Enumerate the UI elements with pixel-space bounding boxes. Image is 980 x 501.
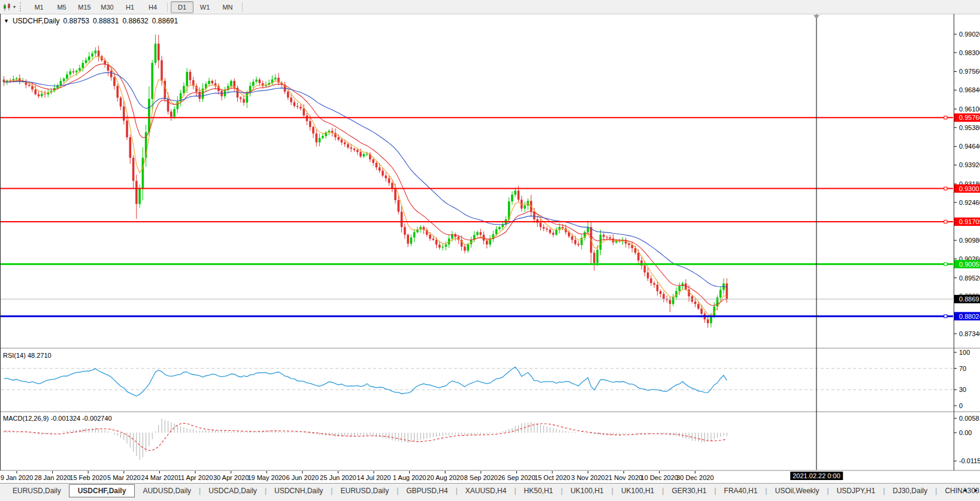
price-tick-label: 0.94640 xyxy=(959,143,980,150)
price-tick-label: 0.92460 xyxy=(959,199,980,206)
tab-scroll-left-icon[interactable]: ◄ xyxy=(962,487,967,493)
tab-uk100-h1[interactable]: UK100,H1 xyxy=(613,485,662,497)
line-handle xyxy=(944,187,947,190)
price-tick-label: 0.96100 xyxy=(959,105,980,113)
price-tick-label: 0.97560 xyxy=(959,68,980,75)
macd-indicator-label: MACD(12,26,9) -0.001324 -0.002740 xyxy=(3,415,112,422)
hline-price-label: 0.95766 xyxy=(959,114,980,121)
date-label: 26 Sep 2020 xyxy=(498,474,535,481)
macd-tick-label: -0.011514 xyxy=(959,457,980,464)
toolbar-separator xyxy=(167,2,168,12)
tab-eurusd-daily[interactable]: EURUSD,Daily xyxy=(5,485,69,497)
rsi-tick-label: 100 xyxy=(959,349,970,356)
tab-hk50-h1[interactable]: HK50,H1 xyxy=(516,485,561,497)
tab-usdjpy-h1[interactable]: USDJPY,H1 xyxy=(829,485,883,497)
date-label: 30 Dec 2020 xyxy=(676,474,713,481)
date-label: 28 Jan 2020 xyxy=(34,474,71,481)
expand-quote-icon[interactable]: ▼ xyxy=(4,18,9,24)
chevron-down-icon: ▾ xyxy=(13,5,16,10)
price-tick-label: 0.93920 xyxy=(959,161,980,168)
macd-tick-label: 0.00 xyxy=(959,429,972,436)
price-tick-label: 0.89520 xyxy=(959,274,980,282)
chart-tabs-bar: EURUSD,DailyUSDCHF,DailyAUDUSD,Daily|USD… xyxy=(0,483,980,501)
rsi-tick-label: 0 xyxy=(959,402,963,409)
timeframe-button-m15[interactable]: M15 xyxy=(73,1,96,13)
vline-date-label[interactable]: 2021.02.22 0:00 xyxy=(790,472,843,480)
tab-ger30-h1[interactable]: GER30,H1 xyxy=(664,485,714,497)
tab-usdcad-daily[interactable]: USDCAD,Daily xyxy=(201,485,265,497)
date-label: 19 May 2020 xyxy=(247,474,286,481)
chart-type-button[interactable]: ▾ xyxy=(0,1,18,13)
ohlc-open: 0.88753 xyxy=(63,17,89,25)
rsi-indicator-label: RSI(14) 48.2710 xyxy=(3,352,52,359)
candlestick-chart-icon xyxy=(2,3,12,11)
ohlc-close: 0.88691 xyxy=(152,17,178,25)
timeframe-button-d1[interactable]: D1 xyxy=(171,1,193,13)
date-label: 6 Jun 2020 xyxy=(286,474,319,481)
line-handle xyxy=(944,220,947,223)
rsi-tick-label: 30 xyxy=(959,386,966,393)
date-label: 11 Apr 2020 xyxy=(178,474,213,481)
timeframe-button-mn[interactable]: MN xyxy=(216,1,239,13)
price-tick-label: 0.90980 xyxy=(959,237,980,244)
hline-price-label: 0.93001 xyxy=(959,185,980,192)
price-chart[interactable]: 0.990200.983000.975600.968400.961000.953… xyxy=(0,14,980,483)
date-label: 24 Mar 2020 xyxy=(141,474,179,481)
chart-symbol-label: USDCHF,Daily xyxy=(13,17,60,25)
hline-price-label: 0.91709 xyxy=(959,218,980,225)
tab-scroll-right-icon[interactable]: ► xyxy=(973,487,979,493)
price-tick-label: 0.96840 xyxy=(959,86,980,93)
timeframe-button-m30[interactable]: M30 xyxy=(96,1,119,13)
tab-fra40-h1[interactable]: FRA40,H1 xyxy=(716,485,766,497)
price-tick-label: 0.98300 xyxy=(959,49,980,56)
date-label: 20 Aug 2020 xyxy=(427,474,464,481)
date-label: 30 Apr 2020 xyxy=(213,474,249,481)
macd-tick-label: 0.005818 xyxy=(959,415,980,422)
line-handle xyxy=(944,116,947,119)
chart-tabs: EURUSD,DailyUSDCHF,DailyAUDUSD,Daily|USD… xyxy=(0,485,980,497)
ohlc-low: 0.88632 xyxy=(122,17,148,25)
chart-title: ▼ USDCHF,Daily 0.88753 0.88831 0.88632 0… xyxy=(4,17,178,25)
tab-uk100-h1[interactable]: UK100,H1 xyxy=(562,485,611,497)
tab-usoil-weekly[interactable]: USOil,Weekly xyxy=(767,485,827,497)
date-label: 1 Aug 2020 xyxy=(393,474,427,481)
tab-scroll-controls: ◄ ► xyxy=(962,487,979,493)
tab-usdcnh-daily[interactable]: USDCNH,Daily xyxy=(267,485,331,497)
date-label: 10 Dec 2020 xyxy=(641,474,678,481)
date-label: 15 Oct 2020 xyxy=(534,474,570,481)
tab-usdchf-daily[interactable]: USDCHF,Daily xyxy=(69,484,135,497)
line-handle xyxy=(944,315,947,318)
timeframe-buttons: M1M5M15M30H1H4D1W1MN xyxy=(28,1,246,13)
ohlc-high: 0.88831 xyxy=(93,17,119,25)
date-label: 14 Jul 2020 xyxy=(357,474,391,481)
date-label: 15 Feb 2020 xyxy=(69,474,107,481)
timeframe-button-m5[interactable]: M5 xyxy=(50,1,73,13)
timeframe-button-m1[interactable]: M1 xyxy=(28,1,50,13)
chart-window: 0.990200.983000.975600.968400.961000.953… xyxy=(0,14,980,483)
toolbar-separator xyxy=(242,2,243,12)
tab-xauusd-h4[interactable]: XAUUSD,H4 xyxy=(458,485,515,497)
date-label: 9 Jan 2020 xyxy=(1,474,33,481)
tab-audusd-daily[interactable]: AUDUSD,Daily xyxy=(135,485,199,497)
tab-eurusd-daily[interactable]: EURUSD,Daily xyxy=(332,485,397,497)
current-price-label: 0.88691 xyxy=(959,295,980,303)
toolbar: ▾ M1M5M15M30H1H4D1W1MN xyxy=(0,0,980,14)
date-label: 5 Mar 2020 xyxy=(107,474,141,481)
price-tick-label: 0.87340 xyxy=(959,330,980,337)
timeframe-button-h1[interactable]: H1 xyxy=(119,1,141,13)
price-tick-label: 0.95380 xyxy=(959,124,980,131)
price-tick-label: 0.99020 xyxy=(959,31,980,38)
date-label: 21 Nov 2020 xyxy=(605,474,642,481)
timeframe-button-h4[interactable]: H4 xyxy=(141,1,164,13)
hline-price-label: 0.90055 xyxy=(959,261,980,268)
rsi-tick-label: 70 xyxy=(959,365,966,372)
tab-gbpusd-h4[interactable]: GBPUSD,H4 xyxy=(398,485,455,497)
tab-dj30-daily[interactable]: DJ30,Daily xyxy=(885,485,935,497)
date-label: 25 Jun 2020 xyxy=(320,474,356,481)
timeframe-button-w1[interactable]: W1 xyxy=(193,1,216,13)
toolbar-grip[interactable] xyxy=(20,2,23,11)
hline-price-label: 0.88024 xyxy=(959,313,980,320)
date-label: 8 Sep 2020 xyxy=(464,474,498,481)
date-label: 3 Nov 2020 xyxy=(571,474,604,481)
trading-terminal: ▾ M1M5M15M30H1H4D1W1MN 0.990200.983000.9… xyxy=(0,0,980,501)
